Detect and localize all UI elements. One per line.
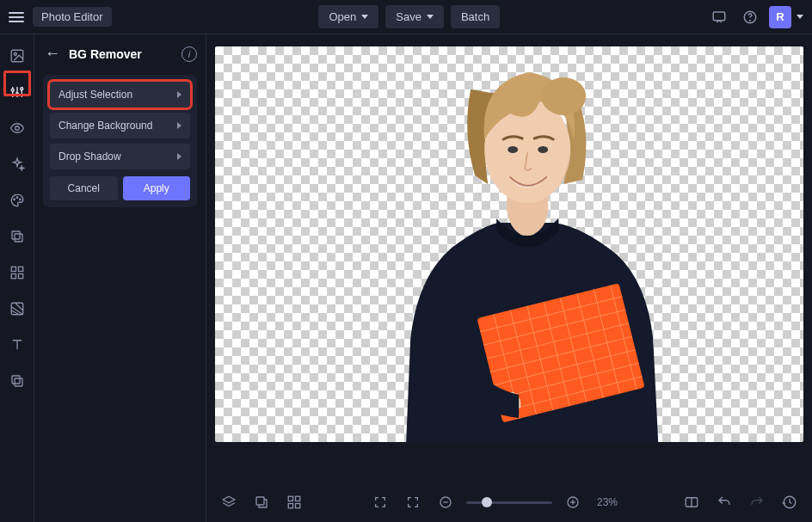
help-icon[interactable] <box>738 5 762 29</box>
svg-rect-45 <box>296 504 300 508</box>
svg-point-23 <box>508 146 518 153</box>
chevron-right-icon <box>177 153 181 160</box>
panel-bg-remover: ← BG Remover i Adjust Selection Change B… <box>34 34 206 522</box>
image-icon[interactable] <box>6 45 28 67</box>
svg-rect-13 <box>15 234 22 242</box>
bottombar: 23% <box>206 482 812 522</box>
svg-point-22 <box>541 77 586 115</box>
compare-icon[interactable] <box>680 490 704 514</box>
grid-icon[interactable] <box>6 261 28 284</box>
option-adjust-selection[interactable]: Adjust Selection <box>50 82 190 107</box>
svg-point-2 <box>750 20 751 21</box>
undo-icon[interactable] <box>712 490 736 514</box>
svg-rect-41 <box>256 497 264 505</box>
chevron-down-icon[interactable] <box>797 15 803 19</box>
tool-rail <box>0 34 34 522</box>
svg-point-9 <box>13 199 15 200</box>
sparkle-icon[interactable] <box>6 153 28 175</box>
svg-rect-19 <box>12 376 20 384</box>
layers-square-icon[interactable] <box>6 225 28 248</box>
option-label: Change Background <box>58 120 152 132</box>
save-button[interactable]: Save <box>385 5 444 28</box>
app-title: Photo Editor <box>33 7 112 27</box>
svg-rect-16 <box>11 274 15 279</box>
option-change-background[interactable]: Change Background <box>50 113 190 138</box>
svg-point-5 <box>11 89 14 91</box>
chevron-down-icon <box>361 15 368 19</box>
svg-point-7 <box>20 88 22 90</box>
svg-point-8 <box>15 126 19 131</box>
export-icon[interactable] <box>249 490 274 514</box>
batch-button[interactable]: Batch <box>451 5 500 28</box>
gallery-grid-icon[interactable] <box>282 490 306 514</box>
svg-rect-44 <box>288 504 292 508</box>
copy-icon[interactable] <box>6 370 28 392</box>
canvas-checkerboard[interactable] <box>215 46 803 442</box>
eye-icon[interactable] <box>6 117 28 139</box>
svg-point-10 <box>16 197 18 199</box>
avatar[interactable]: R <box>769 6 791 28</box>
info-icon[interactable]: i <box>181 46 197 62</box>
back-arrow-icon[interactable]: ← <box>45 45 60 63</box>
svg-rect-3 <box>11 50 23 62</box>
svg-rect-42 <box>288 496 292 501</box>
zoom-in-icon[interactable] <box>561 490 585 514</box>
chevron-right-icon <box>177 122 181 129</box>
history-icon[interactable] <box>778 490 802 514</box>
palette-icon[interactable] <box>6 189 28 212</box>
fullscreen-icon[interactable] <box>368 490 392 514</box>
redo-icon[interactable] <box>745 490 769 514</box>
svg-rect-0 <box>713 12 725 21</box>
fit-screen-icon[interactable] <box>401 490 425 514</box>
menu-icon[interactable] <box>9 9 24 25</box>
open-button[interactable]: Open <box>318 5 378 28</box>
svg-point-11 <box>19 199 21 200</box>
batch-label: Batch <box>461 10 489 23</box>
zoom-thumb[interactable] <box>482 497 492 507</box>
panel-title: BG Remover <box>69 47 173 61</box>
adjust-icon[interactable] <box>6 81 28 103</box>
svg-rect-20 <box>15 378 22 386</box>
overlay-icon[interactable] <box>6 298 28 320</box>
svg-rect-15 <box>18 267 22 271</box>
svg-rect-17 <box>18 274 22 279</box>
apply-button[interactable]: Apply <box>123 176 191 200</box>
option-label: Adjust Selection <box>58 89 132 101</box>
topbar: Photo Editor Open Save Batch R <box>0 0 812 34</box>
svg-rect-43 <box>296 496 300 501</box>
chevron-right-icon <box>177 91 181 98</box>
option-label: Drop Shadow <box>58 150 121 163</box>
layers-icon[interactable] <box>217 490 241 514</box>
svg-point-4 <box>14 52 16 55</box>
svg-rect-12 <box>12 231 20 239</box>
option-drop-shadow[interactable]: Drop Shadow <box>50 144 190 169</box>
zoom-out-icon[interactable] <box>434 490 458 514</box>
svg-point-6 <box>15 93 18 95</box>
svg-rect-14 <box>11 267 15 271</box>
save-label: Save <box>396 10 421 23</box>
zoom-slider[interactable] <box>466 501 552 504</box>
comment-icon[interactable] <box>707 5 731 29</box>
cancel-button[interactable]: Cancel <box>50 176 118 200</box>
text-icon[interactable] <box>6 334 28 356</box>
canvas-area: 23% <box>206 34 812 522</box>
chevron-down-icon <box>427 15 434 19</box>
svg-point-24 <box>538 146 548 153</box>
open-label: Open <box>329 10 356 23</box>
zoom-percent: 23% <box>597 496 618 508</box>
avatar-letter: R <box>776 10 784 23</box>
subject-cutout <box>359 46 686 442</box>
